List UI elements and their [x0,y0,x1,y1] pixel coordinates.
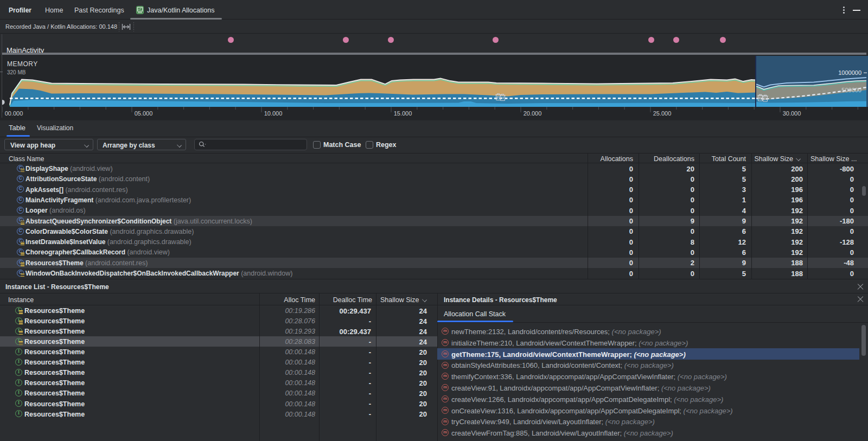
svg-text:1000000: 1000000 [838,69,861,76]
svg-text:30.000: 30.000 [783,110,801,117]
svg-text:00.000: 00.000 [5,110,23,117]
svg-text:15.000: 15.000 [394,110,412,117]
svg-text:10.000: 10.000 [264,110,283,117]
svg-text:05.000: 05.000 [135,110,153,117]
svg-text:25.000: 25.000 [653,110,672,117]
svg-text:500000: 500000 [841,87,861,93]
svg-text:20.000: 20.000 [524,110,542,117]
